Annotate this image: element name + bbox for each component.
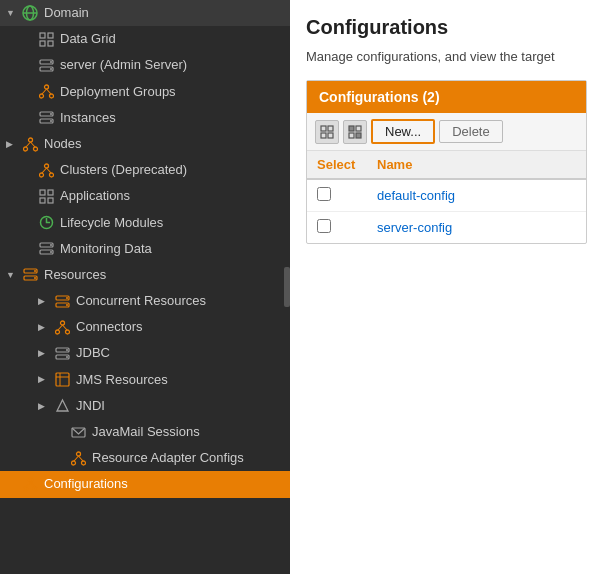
svg-rect-74 — [328, 133, 333, 138]
svg-point-42 — [34, 277, 36, 279]
svg-rect-6 — [48, 41, 53, 46]
sidebar-item-label: JDBC — [76, 344, 110, 362]
deselect-all-icon[interactable] — [343, 120, 367, 144]
main-content: Configurations Manage configurations, an… — [290, 0, 603, 574]
adapter-icon — [69, 450, 87, 466]
svg-line-29 — [46, 168, 51, 173]
sidebar-item-label: Applications — [60, 187, 130, 205]
sidebar-item-domain[interactable]: ▼Domain — [0, 0, 290, 26]
sidebar-item-label: JavaMail Sessions — [92, 423, 200, 441]
concurrent-icon — [53, 293, 71, 309]
sidebar-item-label: Resource Adapter Configs — [92, 449, 244, 467]
sidebar-item-label: Clusters (Deprecated) — [60, 161, 187, 179]
svg-line-70 — [30, 482, 35, 487]
row-checkbox[interactable] — [317, 219, 331, 233]
svg-line-28 — [42, 168, 47, 173]
sidebar-item-javamail[interactable]: JavaMail Sessions — [0, 419, 290, 445]
jndi-icon — [53, 398, 71, 414]
sidebar-item-connectors[interactable]: ▶Connectors — [0, 314, 290, 340]
row-name-cell: server-config — [367, 212, 586, 244]
select-all-icon[interactable] — [315, 120, 339, 144]
sidebar-item-label: Concurrent Resources — [76, 292, 206, 310]
server-icon — [37, 57, 55, 73]
svg-point-13 — [49, 94, 53, 98]
svg-rect-30 — [40, 190, 45, 195]
svg-point-67 — [23, 487, 27, 491]
svg-point-66 — [28, 478, 32, 482]
svg-point-55 — [66, 356, 68, 358]
col-header-name: Name — [367, 151, 586, 179]
sidebar-item-label: Lifecycle Modules — [60, 214, 163, 232]
resize-handle[interactable] — [284, 267, 290, 307]
svg-line-15 — [46, 89, 51, 94]
svg-rect-3 — [40, 33, 45, 38]
sidebar-item-jdbc[interactable]: ▶JDBC — [0, 340, 290, 366]
lifecycle-icon — [37, 215, 55, 231]
svg-rect-33 — [48, 198, 53, 203]
jms-icon — [53, 372, 71, 388]
sidebar-item-monitoring[interactable]: Monitoring Data — [0, 236, 290, 262]
svg-point-47 — [60, 321, 64, 325]
sidebar-item-label: Nodes — [44, 135, 82, 153]
sidebar-item-nodes[interactable]: ▶Nodes — [0, 131, 290, 157]
sidebar-item-label: server (Admin Server) — [60, 56, 187, 74]
sidebar-item-deployment-groups[interactable]: Deployment Groups — [0, 79, 290, 105]
config-panel-header: Configurations (2) — [307, 81, 586, 113]
apps-icon — [37, 188, 55, 204]
row-name-cell: default-config — [367, 179, 586, 212]
svg-point-12 — [39, 94, 43, 98]
sidebar-item-label: Configurations — [44, 475, 128, 493]
svg-point-63 — [81, 461, 85, 465]
instances-icon — [37, 110, 55, 126]
new-button[interactable]: New... — [371, 119, 435, 144]
resources-icon — [21, 267, 39, 283]
svg-point-38 — [50, 251, 52, 253]
sidebar: ▼DomainData Gridserver (Admin Server)Dep… — [0, 0, 290, 574]
row-checkbox[interactable] — [317, 187, 331, 201]
sidebar-item-jms[interactable]: ▶JMS Resources — [0, 367, 290, 393]
svg-point-27 — [49, 173, 53, 177]
sidebar-item-concurrent[interactable]: ▶Concurrent Resources — [0, 288, 290, 314]
svg-point-54 — [66, 349, 68, 351]
sidebar-item-resource-adapter[interactable]: Resource Adapter Configs — [0, 445, 290, 471]
svg-line-14 — [42, 89, 47, 94]
sidebar-item-label: JMS Resources — [76, 371, 168, 389]
config-link[interactable]: server-config — [377, 220, 452, 235]
arrow-icon: ▶ — [6, 138, 16, 151]
sidebar-item-label: Monitoring Data — [60, 240, 152, 258]
sidebar-item-data-grid[interactable]: Data Grid — [0, 26, 290, 52]
arrow-icon: ▶ — [38, 373, 48, 386]
svg-point-68 — [33, 487, 37, 491]
sidebar-item-clusters[interactable]: Clusters (Deprecated) — [0, 157, 290, 183]
sidebar-item-label: Instances — [60, 109, 116, 127]
sidebar-item-label: Connectors — [76, 318, 142, 336]
mail-icon — [69, 424, 87, 440]
svg-rect-32 — [40, 198, 45, 203]
sidebar-item-jndi[interactable]: ▶JNDI — [0, 393, 290, 419]
sidebar-item-instances[interactable]: Instances — [0, 105, 290, 131]
svg-point-48 — [55, 330, 59, 334]
sidebar-item-admin-server[interactable]: server (Admin Server) — [0, 52, 290, 78]
row-checkbox-cell — [307, 179, 367, 212]
svg-rect-5 — [40, 41, 45, 46]
arrow-icon: ▶ — [38, 321, 48, 334]
svg-rect-76 — [356, 126, 361, 131]
arrow-icon: ▶ — [38, 400, 48, 413]
svg-line-69 — [26, 482, 31, 487]
jdbc-icon — [53, 346, 71, 362]
svg-rect-73 — [321, 133, 326, 138]
arrow-icon: ▼ — [6, 269, 16, 282]
sidebar-item-lifecycle[interactable]: Lifecycle Modules — [0, 210, 290, 236]
page-title: Configurations — [306, 16, 587, 39]
clusters-icon — [37, 162, 55, 178]
svg-point-26 — [39, 173, 43, 177]
delete-button[interactable]: Delete — [439, 120, 503, 143]
sidebar-item-resources[interactable]: ▼Resources — [0, 262, 290, 288]
sidebar-item-applications[interactable]: Applications — [0, 183, 290, 209]
sidebar-item-label: Resources — [44, 266, 106, 284]
connectors-icon — [53, 319, 71, 335]
sidebar-item-label: Deployment Groups — [60, 83, 176, 101]
config-link[interactable]: default-config — [377, 188, 455, 203]
sidebar-item-configurations[interactable]: Configurations — [0, 471, 290, 497]
svg-point-46 — [66, 304, 68, 306]
